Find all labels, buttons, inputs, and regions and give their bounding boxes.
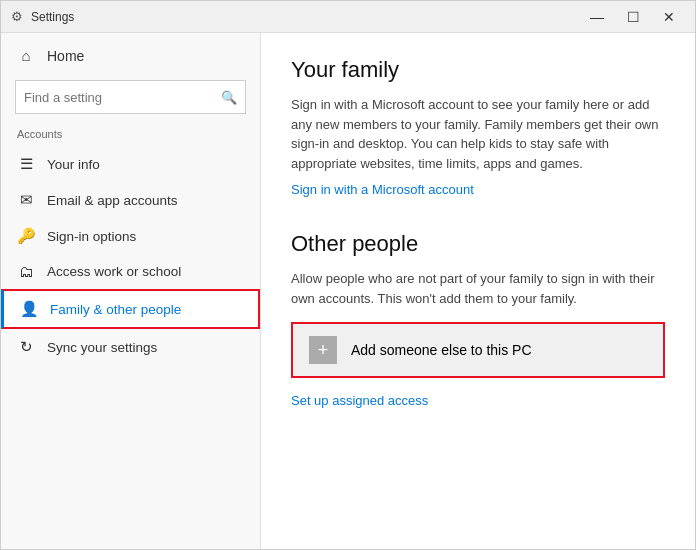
search-icon: 🔍: [213, 81, 245, 113]
other-people-title: Other people: [291, 231, 665, 257]
family-description: Sign in with a Microsoft account to see …: [291, 95, 665, 173]
signin-icon: 🔑: [17, 227, 35, 245]
settings-window: ⚙ Settings — ☐ ✕ ⌂ Home 🔍 Accounts: [0, 0, 696, 550]
home-icon: ⌂: [17, 47, 35, 64]
sync-icon: ↻: [17, 338, 35, 356]
sync-label: Sync your settings: [47, 340, 157, 355]
signin-label: Sign-in options: [47, 229, 136, 244]
sidebar: ⌂ Home 🔍 Accounts ☰ Your info ✉ Email & …: [1, 33, 261, 549]
sign-in-microsoft-link[interactable]: Sign in with a Microsoft account: [291, 182, 474, 197]
sidebar-item-signin[interactable]: 🔑 Sign-in options: [1, 218, 260, 254]
family-label: Family & other people: [50, 302, 181, 317]
your-info-label: Your info: [47, 157, 100, 172]
work-icon: 🗂: [17, 263, 35, 280]
other-people-desc: Allow people who are not part of your fa…: [291, 269, 665, 308]
sidebar-item-home[interactable]: ⌂ Home: [1, 37, 260, 74]
minimize-button[interactable]: —: [581, 1, 613, 33]
sidebar-item-sync[interactable]: ↻ Sync your settings: [1, 329, 260, 365]
plus-icon: +: [309, 336, 337, 364]
family-icon: 👤: [20, 300, 38, 318]
sidebar-item-email[interactable]: ✉ Email & app accounts: [1, 182, 260, 218]
add-btn-label: Add someone else to this PC: [351, 342, 532, 358]
family-section-title: Your family: [291, 57, 665, 83]
setup-assigned-access-link[interactable]: Set up assigned access: [291, 393, 428, 408]
email-icon: ✉: [17, 191, 35, 209]
window-title: Settings: [31, 10, 74, 24]
sidebar-item-family[interactable]: 👤 Family & other people: [1, 289, 260, 329]
email-label: Email & app accounts: [47, 193, 178, 208]
accounts-section-label: Accounts: [1, 124, 260, 146]
settings-gear-icon: ⚙: [11, 9, 23, 24]
add-someone-button[interactable]: + Add someone else to this PC: [291, 322, 665, 378]
home-label: Home: [47, 48, 84, 64]
title-bar-controls: — ☐ ✕: [581, 1, 685, 33]
work-label: Access work or school: [47, 264, 181, 279]
search-input[interactable]: [16, 84, 213, 111]
sidebar-item-work[interactable]: 🗂 Access work or school: [1, 254, 260, 289]
maximize-button[interactable]: ☐: [617, 1, 649, 33]
search-box: 🔍: [15, 80, 246, 114]
title-bar: ⚙ Settings — ☐ ✕: [1, 1, 695, 33]
title-bar-left: ⚙ Settings: [11, 9, 74, 24]
main-content: Your family Sign in with a Microsoft acc…: [261, 33, 695, 549]
close-button[interactable]: ✕: [653, 1, 685, 33]
sidebar-item-your-info[interactable]: ☰ Your info: [1, 146, 260, 182]
content-area: ⌂ Home 🔍 Accounts ☰ Your info ✉ Email & …: [1, 33, 695, 549]
other-people-section: Other people Allow people who are not pa…: [291, 231, 665, 432]
your-info-icon: ☰: [17, 155, 35, 173]
